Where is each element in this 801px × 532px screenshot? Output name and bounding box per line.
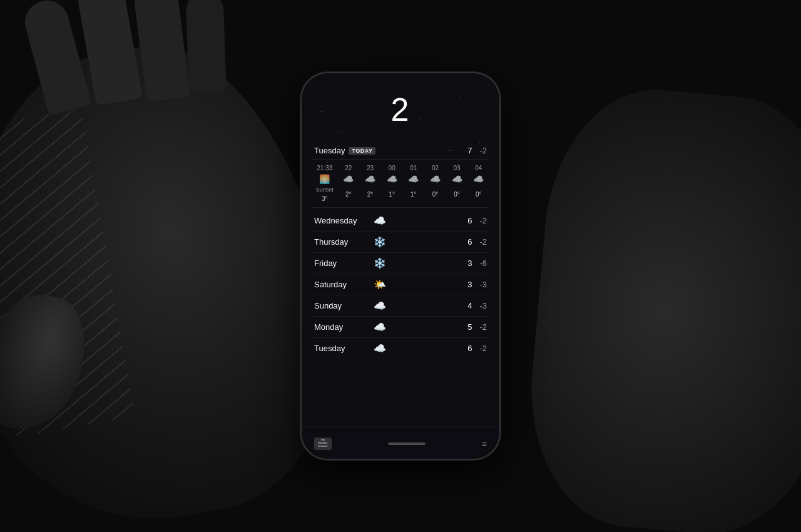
menu-icon[interactable]: ≡: [482, 439, 487, 449]
today-day-label: Tuesday: [314, 146, 345, 155]
hourly-temps-row: Sunset 3° 2° 2° 1° 1° 0° 0° 0°: [312, 187, 489, 202]
hour-02: 02: [424, 165, 446, 174]
hour-03: 03: [446, 165, 468, 174]
sunset-time: 21:33: [312, 165, 338, 171]
sunset-label: Sunset: [312, 187, 338, 193]
icon-friday: ❄️: [370, 257, 389, 269]
icon-wednesday: ☁️: [370, 215, 389, 227]
daily-row-tuesday2: Tuesday ☁️ 6 -2: [312, 338, 489, 359]
day-sunday: Sunday: [314, 301, 370, 310]
hour-22: 22: [338, 165, 360, 174]
background-scene: 2 Tuesday TODAY 7 -2: [0, 0, 801, 532]
temps-sunday: 4 -3: [467, 301, 487, 310]
sunset-temp: 3°: [312, 195, 338, 202]
temps-wednesday: 6 -2: [467, 216, 487, 225]
finger-3: [132, 0, 190, 102]
hourly-times-row: 21:33 22 23 00 01 02 03 04: [312, 165, 489, 174]
phone-screen: 2 Tuesday TODAY 7 -2: [302, 73, 499, 459]
glove-right: [519, 81, 801, 532]
day-wednesday: Wednesday: [314, 216, 370, 225]
today-temps: 7 -2: [467, 146, 487, 155]
daily-row-sunday: Sunday ☁️ 4 -3: [312, 295, 489, 317]
icon-thursday: ❄️: [370, 236, 389, 248]
hourly-section: 21:33 22 23 00 01 02 03 04: [312, 160, 489, 208]
today-low: -2: [479, 146, 487, 155]
icon-sunday: ☁️: [370, 300, 389, 312]
today-high: 7: [467, 146, 472, 155]
phone-bottom-bar: TheWeatherChannel ≡: [302, 427, 499, 459]
daily-row-wednesday: Wednesday ☁️ 6 -2: [312, 210, 489, 232]
hourly-icons-row: 🌅 ☁️ ☁️ ☁️ ☁️ ☁️ ☁️ ☁️: [312, 174, 489, 187]
home-indicator: [388, 442, 426, 445]
sunset-icon: 🌅: [312, 174, 338, 184]
temps-tuesday2: 6 -2: [467, 344, 487, 353]
today-badge: TODAY: [349, 147, 375, 155]
temps-friday: 3 -6: [467, 258, 487, 268]
temps-saturday: 3 -3: [467, 280, 487, 289]
daily-section: Wednesday ☁️ 6 -2 Thursday ❄️ 6: [312, 208, 489, 359]
hour-00: 00: [381, 165, 403, 174]
daily-row-saturday: Saturday 🌤️ 3 -3: [312, 274, 489, 295]
daily-row-thursday: Thursday ❄️ 6 -2: [312, 232, 489, 253]
day-friday: Friday: [314, 258, 370, 268]
time-display: 2: [302, 91, 499, 128]
day-monday: Monday: [314, 322, 370, 332]
phone-container: 2 Tuesday TODAY 7 -2: [300, 72, 501, 460]
sunset-temp-col: Sunset 3°: [312, 187, 338, 202]
temps-monday: 5 -2: [467, 322, 487, 332]
icon-monday: ☁️: [370, 321, 389, 333]
temps-thursday: 6 -2: [467, 237, 487, 247]
phone: 2 Tuesday TODAY 7 -2: [300, 72, 501, 460]
icon-saturday: 🌤️: [370, 279, 389, 290]
hour-23: 23: [359, 165, 381, 174]
finger-4: [185, 0, 227, 93]
sunset-icon-col: 🌅: [312, 174, 338, 187]
today-row: Tuesday TODAY 7 -2: [312, 142, 489, 160]
weather-content: Tuesday TODAY 7 -2 21:33: [302, 142, 499, 459]
hour-04: 04: [467, 165, 489, 174]
day-thursday: Thursday: [314, 237, 370, 247]
daily-row-friday: Friday ❄️ 3 -6: [312, 253, 489, 274]
day-saturday: Saturday: [314, 280, 370, 289]
hour-01: 01: [402, 165, 424, 174]
weather-channel-logo: TheWeatherChannel: [314, 437, 332, 450]
daily-row-monday: Monday ☁️ 5 -2: [312, 317, 489, 338]
sunset-col: 21:33: [312, 165, 338, 174]
day-tuesday2: Tuesday: [314, 344, 370, 353]
icon-tuesday2: ☁️: [370, 342, 389, 354]
